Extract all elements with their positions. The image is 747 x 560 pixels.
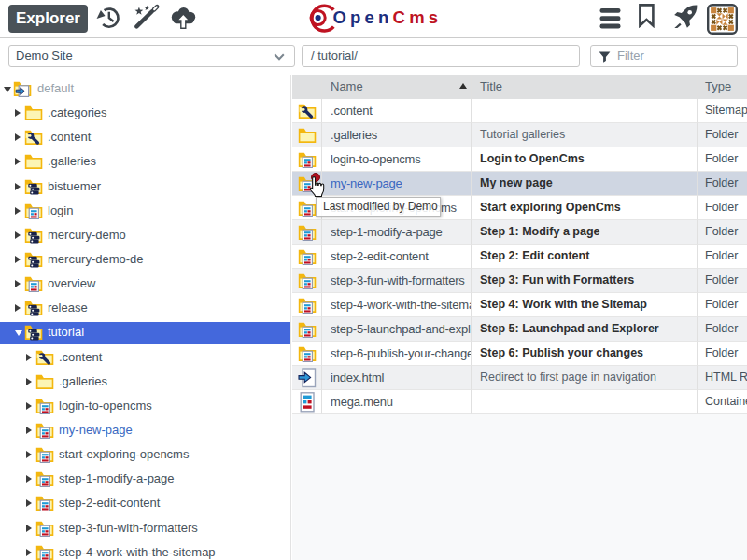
svg-text:OpenCms: OpenCms	[333, 7, 443, 27]
